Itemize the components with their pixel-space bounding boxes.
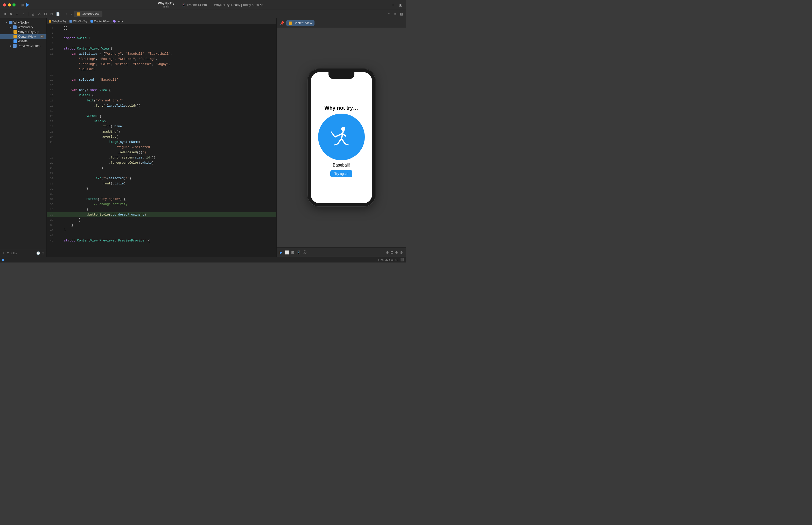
code-line: 41 (47, 233, 276, 238)
code-line: 27 .foregroundColor(.white) (47, 160, 276, 165)
close-tab-icon[interactable]: ✕ (8, 11, 14, 17)
code-line: 36 } (47, 207, 276, 212)
preview-tab-file-icon (289, 21, 292, 25)
content-view-tab[interactable]: ContentView (74, 11, 103, 17)
warning-icon[interactable]: △ (30, 11, 35, 17)
sidebar-item-assets[interactable]: Assets (0, 39, 46, 44)
document-icon[interactable]: 📄 (55, 11, 60, 17)
sidebar-bottom: ＋ ⊙ Filter 🕐 ⊟ (0, 249, 46, 257)
preview-controls-right: ⊕ ⊡ ⊖ ⊘ (386, 250, 403, 254)
add-tab-icon[interactable]: ＋ (390, 3, 396, 7)
symbol-icon (113, 20, 116, 22)
layout-icon[interactable]: ⬛ (400, 258, 404, 261)
svg-line-7 (335, 144, 338, 145)
search-icon[interactable]: ⌕ (21, 11, 26, 17)
sidebar-item-whynottry-root[interactable]: ▼ WhyNotTry (0, 20, 46, 25)
device-frame-icon[interactable]: ⬜ (285, 250, 289, 254)
svg-point-0 (341, 127, 345, 131)
svg-line-2 (335, 134, 342, 137)
inspector-right-icon[interactable]: ▤ (399, 11, 404, 17)
chevron-right-icon: ▶ (9, 45, 12, 47)
code-line: 7 (47, 31, 276, 36)
code-line: 29 (47, 171, 276, 176)
nav-forward-icon[interactable]: › (69, 11, 74, 17)
titlebar: ⊞ WhyNotTry main 📱 iPhone 14 Pro WhyNotT… (0, 0, 406, 10)
titlebar-center: WhyNotTry main 📱 iPhone 14 Pro WhyNotTry… (31, 2, 390, 8)
layout-toggle-icon[interactable]: ▣ (398, 3, 403, 7)
zoom-out-icon[interactable]: ⊖ (395, 250, 398, 254)
iphone-screen: Why not try… (311, 72, 372, 204)
folder-icon (13, 26, 17, 29)
filter-icon[interactable]: ⊙ (7, 251, 9, 255)
assets-file-icon (14, 40, 17, 43)
device-name: iPhone 14 Pro (187, 3, 207, 7)
status-bar: Line: 37 Col: 45 ⬛ (0, 257, 406, 262)
code-line: 8 import SwiftUI (47, 36, 276, 41)
preview-content: Why not try… (277, 28, 406, 247)
project-info: WhyNotTry main (158, 2, 174, 8)
list-icon[interactable]: ≡ (393, 11, 398, 17)
close-button[interactable] (3, 3, 6, 6)
grid-view-icon[interactable]: ⊞ (291, 250, 294, 254)
breadcrumb-item-project[interactable]: WhyNotTry (49, 20, 67, 23)
iphone-app-content: Why not try… (311, 79, 372, 204)
device-selector[interactable]: 📱 iPhone 14 Pro (182, 3, 207, 7)
preview-bottom-bar: ▶ ⬜ ⊞ 📱 ⓘ ⊕ ⊡ ⊖ ⊘ (277, 247, 406, 257)
settings-icon[interactable]: ⊟ (42, 251, 44, 255)
code-line: 14 (47, 82, 276, 88)
window-controls-right: ＋ ▣ (390, 3, 403, 7)
svg-line-6 (341, 139, 345, 144)
code-editor: WhyNotTry › WhyNotTry › ContentView › bo… (47, 18, 276, 257)
code-line: 33 (47, 192, 276, 197)
zoom-in-icon[interactable]: ⊕ (386, 250, 389, 254)
code-line: 23 .padding() (47, 129, 276, 134)
code-line: 9 (47, 41, 276, 46)
clock-icon[interactable]: 🕐 (36, 251, 40, 255)
nav-back-icon[interactable]: ‹ (63, 11, 69, 17)
grid-icon[interactable]: ⊞ (2, 11, 7, 17)
maximize-button[interactable] (13, 3, 16, 6)
diamond-icon[interactable]: ◇ (36, 11, 42, 17)
breadcrumb-item-file[interactable]: ContentView (91, 20, 110, 23)
code-line: "Fencing", "Golf", "Hiking", "Lacrosse",… (47, 62, 276, 67)
breadcrumb-separator: › (88, 20, 89, 23)
folder-icon (13, 44, 17, 48)
run-button[interactable] (25, 2, 31, 8)
tab-bar: ‹ › ContentView (63, 11, 385, 17)
preview-tab[interactable]: Content View (286, 20, 315, 26)
breadcrumb-label: body (117, 20, 123, 23)
breadcrumb-item-group[interactable]: WhyNotTry (70, 20, 87, 23)
sidebar-item-whynottryapp[interactable]: WhyNotTryApp (0, 30, 46, 34)
code-line: 39 } (47, 223, 276, 228)
arrow-up-icon[interactable]: ⇡ (386, 11, 392, 17)
zoom-reset-icon[interactable]: ⊘ (400, 250, 403, 254)
device-icon[interactable]: 📱 (296, 250, 301, 254)
breadcrumb-item-symbol[interactable]: body (113, 20, 123, 23)
info-icon[interactable]: ⓘ (303, 250, 306, 255)
zoom-fit-icon[interactable]: ⊡ (390, 250, 394, 254)
minimize-button[interactable] (8, 3, 11, 6)
code-content[interactable]: 6 }} 7 8 import SwiftUI 9 10 struct Cont… (47, 25, 276, 257)
status-dot (2, 259, 4, 261)
sidebar-toggle-icon[interactable]: ⊞ (20, 3, 25, 7)
code-line: 6 }} (47, 26, 276, 31)
project-branch: main (163, 5, 169, 8)
code-line: "Squash"] (47, 67, 276, 72)
add-file-icon[interactable]: ＋ (2, 251, 5, 255)
code-line: 19 (47, 108, 276, 114)
inspector-icon[interactable]: □ (49, 11, 54, 17)
sidebar-item-contentview[interactable]: ContentView M (0, 34, 46, 39)
sidebar-item-preview-content[interactable]: ▶ Preview Content (0, 44, 46, 48)
code-line-highlighted: 37 .buttonStyle(.borderedProminent) (47, 212, 276, 217)
tab-file-icon (77, 13, 80, 16)
play-icon[interactable]: ▶ (280, 250, 282, 254)
pin-icon[interactable]: 📌 (280, 21, 284, 25)
app-try-again-button[interactable]: Try again (330, 170, 353, 177)
split-icon[interactable]: ⊟ (15, 11, 20, 17)
code-line: 17 Text("Why not try…") (47, 98, 276, 103)
sidebar-item-whynottry-group[interactable]: ▼ WhyNotTry (0, 25, 46, 30)
sidebar-item-label: WhyNotTry (18, 26, 33, 29)
code-line: 11 var activities = ["Archery", "Basebal… (47, 51, 276, 57)
sidebar-item-label: WhyNotTryApp (18, 30, 39, 34)
link-icon[interactable]: ⬡ (43, 11, 48, 17)
